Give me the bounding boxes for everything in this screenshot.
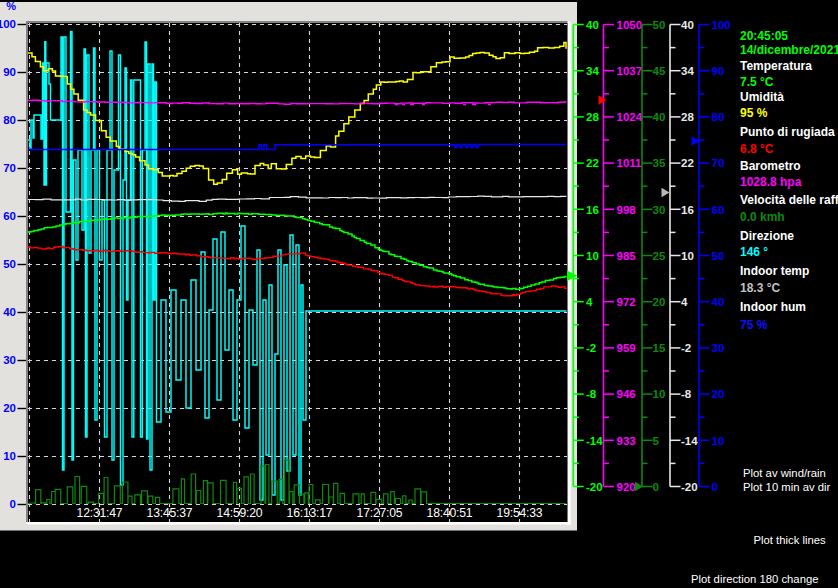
svg-text:40: 40 [712, 296, 725, 308]
svg-text:998: 998 [617, 204, 637, 216]
svg-text:50: 50 [3, 258, 16, 270]
svg-text:10: 10 [653, 388, 666, 400]
svg-text:34: 34 [586, 65, 599, 77]
svg-text:60: 60 [3, 210, 16, 222]
svg-text:16: 16 [681, 204, 694, 216]
svg-text:28: 28 [681, 111, 694, 123]
svg-text:40: 40 [653, 111, 666, 123]
svg-text:Plot thick lines: Plot thick lines [754, 534, 827, 546]
svg-text:30: 30 [3, 354, 16, 366]
svg-text:959: 959 [617, 342, 636, 354]
svg-text:0: 0 [10, 498, 16, 510]
svg-text:50: 50 [712, 250, 725, 262]
svg-text:Barometro: Barometro [740, 159, 801, 173]
svg-text:Plot direction 180 change: Plot direction 180 change [691, 573, 819, 585]
svg-text:18:40:51: 18:40:51 [427, 506, 473, 520]
svg-text:Umidità: Umidità [740, 90, 784, 104]
svg-text:7.5 °C: 7.5 °C [740, 75, 774, 89]
svg-text:34: 34 [681, 65, 694, 77]
svg-text:-14: -14 [681, 435, 698, 447]
svg-text:30: 30 [712, 342, 725, 354]
svg-text:-20: -20 [681, 481, 698, 493]
svg-text:19:54:33: 19:54:33 [497, 506, 543, 520]
svg-text:4: 4 [586, 296, 593, 308]
svg-text:Punto di rugiada: Punto di rugiada [740, 125, 835, 139]
svg-text:100: 100 [0, 18, 16, 30]
svg-text:10: 10 [586, 250, 599, 262]
svg-text:90: 90 [3, 66, 16, 78]
svg-text:1024: 1024 [617, 111, 643, 123]
svg-text:-2: -2 [586, 342, 596, 354]
svg-text:95 %: 95 % [740, 106, 768, 120]
svg-text:60: 60 [712, 204, 725, 216]
svg-text:Temperatura: Temperatura [740, 59, 812, 73]
svg-text:0: 0 [712, 481, 718, 493]
svg-text:Plot 10 min av dir: Plot 10 min av dir [743, 481, 831, 493]
svg-text:5: 5 [653, 435, 660, 447]
svg-text:16:13:17: 16:13:17 [287, 506, 333, 520]
svg-text:45: 45 [653, 65, 666, 77]
svg-text:%: % [6, 0, 16, 12]
svg-text:Indoor temp: Indoor temp [740, 264, 809, 278]
svg-text:1050: 1050 [617, 19, 643, 31]
svg-text:40: 40 [586, 19, 599, 31]
svg-text:Indoor hum: Indoor hum [740, 300, 806, 314]
svg-text:10: 10 [712, 435, 725, 447]
svg-text:Velocità delle raffiche: Velocità delle raffiche [740, 193, 838, 207]
svg-text:1011: 1011 [617, 157, 643, 169]
svg-text:146 °: 146 ° [740, 245, 768, 259]
svg-text:75 %: 75 % [740, 318, 768, 332]
svg-text:20: 20 [653, 296, 666, 308]
svg-text:50: 50 [653, 19, 666, 31]
svg-text:6.8 °C: 6.8 °C [740, 142, 774, 156]
svg-text:946: 946 [617, 388, 636, 400]
svg-text:16: 16 [586, 204, 599, 216]
svg-text:4: 4 [681, 296, 688, 308]
svg-text:20:45:05: 20:45:05 [740, 29, 788, 43]
svg-text:0: 0 [653, 481, 659, 493]
svg-text:80: 80 [712, 111, 725, 123]
svg-text:13:45:37: 13:45:37 [147, 506, 193, 520]
svg-text:1037: 1037 [617, 65, 643, 77]
svg-text:70: 70 [712, 157, 725, 169]
svg-text:15: 15 [653, 342, 666, 354]
svg-text:-8: -8 [681, 388, 692, 400]
svg-text:-20: -20 [586, 481, 603, 493]
svg-text:40: 40 [681, 19, 694, 31]
svg-text:18.3 °C: 18.3 °C [740, 281, 780, 295]
svg-text:1028.8 hpa: 1028.8 hpa [740, 175, 802, 189]
svg-text:80: 80 [3, 114, 16, 126]
svg-text:-14: -14 [586, 435, 603, 447]
svg-text:-2: -2 [681, 342, 691, 354]
svg-text:28: 28 [586, 111, 599, 123]
svg-text:0.0 kmh: 0.0 kmh [740, 210, 785, 224]
svg-text:-8: -8 [586, 388, 597, 400]
svg-text:14:59:20: 14:59:20 [217, 506, 263, 520]
svg-text:Plot av wind/rain: Plot av wind/rain [743, 467, 826, 479]
svg-text:972: 972 [617, 296, 636, 308]
svg-text:12:31:47: 12:31:47 [77, 506, 123, 520]
svg-text:17:27:05: 17:27:05 [357, 506, 403, 520]
svg-text:10: 10 [681, 250, 694, 262]
svg-text:25: 25 [653, 250, 666, 262]
svg-text:22: 22 [586, 157, 599, 169]
svg-text:20: 20 [3, 402, 16, 414]
svg-text:20: 20 [712, 388, 725, 400]
svg-text:10: 10 [3, 450, 16, 462]
svg-text:Direzione: Direzione [740, 229, 794, 243]
svg-text:40: 40 [3, 306, 16, 318]
svg-text:35: 35 [653, 157, 666, 169]
svg-text:933: 933 [617, 435, 636, 447]
svg-text:22: 22 [681, 157, 694, 169]
svg-text:985: 985 [617, 250, 637, 262]
svg-text:30: 30 [653, 204, 666, 216]
svg-text:90: 90 [712, 65, 725, 77]
svg-text:14/dicembre/2021: 14/dicembre/2021 [740, 43, 838, 57]
svg-text:70: 70 [3, 162, 16, 174]
svg-text:100: 100 [712, 19, 731, 31]
svg-text:920: 920 [617, 481, 636, 493]
